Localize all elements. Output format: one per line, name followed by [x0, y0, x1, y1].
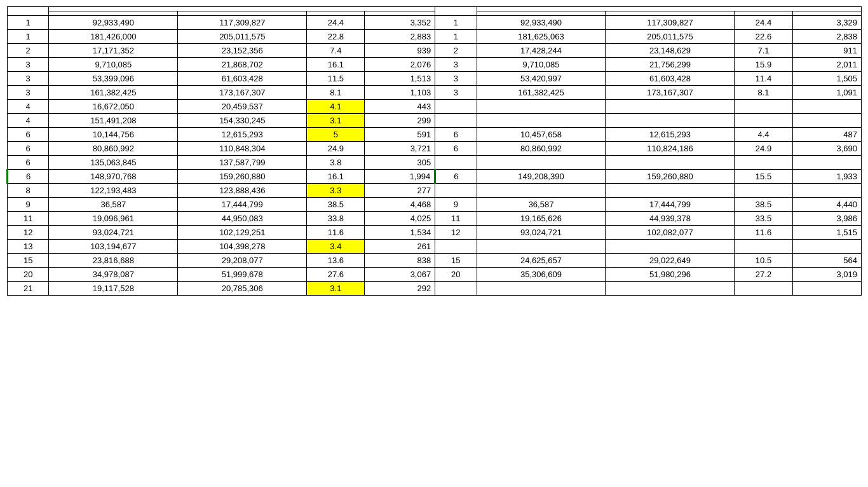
- row-11-psnps: 1,933: [792, 170, 861, 184]
- row-8-uend: 12,615,293: [178, 128, 307, 142]
- row-13-ucm: 38.5: [307, 198, 365, 212]
- row-7-ustart: 151,491,208: [49, 114, 178, 128]
- row-11-pcm: 15.5: [735, 170, 792, 184]
- row-0-pstart: 92,933,490: [477, 16, 606, 30]
- row-6-pchr: [435, 100, 477, 114]
- col-snps-unphased: [365, 11, 435, 16]
- row-1-ustart: 181,426,000: [49, 30, 178, 44]
- row-11-ucm: 16.1: [307, 170, 365, 184]
- row-16-ucm: 3.4: [307, 240, 365, 254]
- row-18-psnps: 3,019: [792, 268, 861, 282]
- row-12-pchr: [435, 184, 477, 198]
- row-10-pend: [606, 156, 735, 170]
- row-2-pcm: 7.1: [735, 44, 792, 58]
- row-18-pend: 51,980,296: [606, 268, 735, 282]
- row-3-pstart: 9,710,085: [477, 58, 606, 72]
- row-12-uchr: 8: [8, 184, 49, 198]
- row-17-usnps: 838: [365, 254, 435, 268]
- row-4-uend: 61,603,428: [178, 72, 307, 86]
- row-17-pcm: 10.5: [735, 254, 792, 268]
- row-18-usnps: 3,067: [365, 268, 435, 282]
- row-14-uend: 44,950,083: [178, 212, 307, 226]
- row-7-ucm: 3.1: [307, 114, 365, 128]
- row-16-uchr: 13: [8, 240, 49, 254]
- row-16-uend: 104,398,278: [178, 240, 307, 254]
- row-12-pstart: [477, 184, 606, 198]
- row-3-uend: 21,868,702: [178, 58, 307, 72]
- row-6-pstart: [477, 100, 606, 114]
- row-12-ucm: 3.3: [307, 184, 365, 198]
- row-3-psnps: 2,011: [792, 58, 861, 72]
- row-5-uend: 173,167,307: [178, 86, 307, 100]
- row-13-uend: 17,444,799: [178, 198, 307, 212]
- row-16-ustart: 103,194,677: [49, 240, 178, 254]
- row-8-pcm: 4.4: [735, 128, 792, 142]
- row-15-uchr: 12: [8, 226, 49, 240]
- row-14-ucm: 33.8: [307, 212, 365, 226]
- row-6-usnps: 443: [365, 100, 435, 114]
- row-9-ucm: 24.9: [307, 142, 365, 156]
- row-17-pstart: 24,625,657: [477, 254, 606, 268]
- row-4-pchr: 3: [435, 72, 477, 86]
- row-13-ustart: 36,587: [49, 198, 178, 212]
- row-9-pstart: 80,860,992: [477, 142, 606, 156]
- row-8-ustart: 10,144,756: [49, 128, 178, 142]
- row-8-usnps: 591: [365, 128, 435, 142]
- row-6-psnps: [792, 100, 861, 114]
- row-5-pchr: 3: [435, 86, 477, 100]
- row-19-pchr: [435, 282, 477, 296]
- row-11-uend: 159,260,880: [178, 170, 307, 184]
- phased-section-header: [477, 7, 861, 11]
- row-13-pend: 17,444,799: [606, 198, 735, 212]
- row-0-pchr: 1: [435, 16, 477, 30]
- row-1-uend: 205,011,575: [178, 30, 307, 44]
- row-5-usnps: 1,103: [365, 86, 435, 100]
- row-10-uend: 137,587,799: [178, 156, 307, 170]
- row-0-uend: 117,309,827: [178, 16, 307, 30]
- row-19-psnps: [792, 282, 861, 296]
- row-0-ucm: 24.4: [307, 16, 365, 30]
- row-19-pstart: [477, 282, 606, 296]
- row-16-pcm: [735, 240, 792, 254]
- row-13-pchr: 9: [435, 198, 477, 212]
- row-19-uchr: 21: [8, 282, 49, 296]
- row-7-psnps: [792, 114, 861, 128]
- row-14-pcm: 33.5: [735, 212, 792, 226]
- row-10-pcm: [735, 156, 792, 170]
- row-10-psnps: [792, 156, 861, 170]
- col-end-phased: [606, 11, 735, 16]
- row-13-psnps: 4,440: [792, 198, 861, 212]
- row-19-pcm: [735, 282, 792, 296]
- row-0-pcm: 24.4: [735, 16, 792, 30]
- col-chr-phased: [435, 7, 477, 16]
- row-2-pend: 23,148,629: [606, 44, 735, 58]
- row-2-psnps: 911: [792, 44, 861, 58]
- row-7-uchr: 4: [8, 114, 49, 128]
- col-cm-unphased: [307, 11, 365, 16]
- row-1-pstart: 181,625,063: [477, 30, 606, 44]
- row-13-pstart: 36,587: [477, 198, 606, 212]
- row-17-uend: 29,208,077: [178, 254, 307, 268]
- col-start-phased: [477, 11, 606, 16]
- col-cm-phased: [735, 11, 792, 16]
- row-11-usnps: 1,994: [365, 170, 435, 184]
- row-1-psnps: 2,838: [792, 30, 861, 44]
- row-16-psnps: [792, 240, 861, 254]
- row-15-ustart: 93,024,721: [49, 226, 178, 240]
- row-0-uchr: 1: [8, 16, 49, 30]
- row-14-psnps: 3,986: [792, 212, 861, 226]
- row-2-ucm: 7.4: [307, 44, 365, 58]
- row-2-uend: 23,152,356: [178, 44, 307, 58]
- row-15-usnps: 1,534: [365, 226, 435, 240]
- row-1-pcm: 22.6: [735, 30, 792, 44]
- row-16-usnps: 261: [365, 240, 435, 254]
- row-14-uchr: 11: [8, 212, 49, 226]
- row-10-uchr: 6: [8, 156, 49, 170]
- col-start-unphased: [49, 11, 178, 16]
- row-3-pend: 21,756,299: [606, 58, 735, 72]
- col-chr-unphased: [8, 7, 49, 16]
- row-19-pend: [606, 282, 735, 296]
- row-7-usnps: 299: [365, 114, 435, 128]
- row-9-pcm: 24.9: [735, 142, 792, 156]
- row-7-pend: [606, 114, 735, 128]
